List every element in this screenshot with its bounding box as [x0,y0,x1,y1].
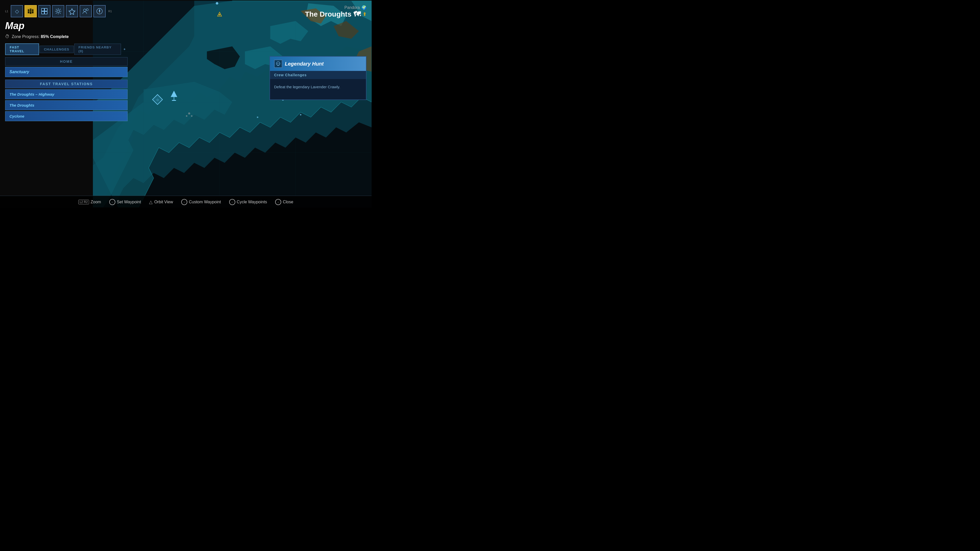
svg-point-34 [99,11,100,12]
l1-badge: L1 [5,10,8,13]
svg-text:◇: ◇ [156,98,159,102]
svg-point-18 [216,2,218,5]
progress-icon: ⏱ [5,34,10,39]
cycle-label: Cycle Waypoints [237,200,267,204]
cycle-button-icon: ○ [229,199,235,205]
zoom-label: Zoom [91,200,101,204]
close-label: Close [283,200,293,204]
orbit-button-icon: △ [149,199,153,205]
zone-progress-text: Zone Progress: 85% Complete [12,35,68,39]
skull-challenge-icon [274,60,282,68]
nav-icon-map[interactable] [24,5,37,17]
challenge-subtitle: Crew Challenges [270,71,366,79]
fast-travel-section: FAST TRAVEL STATIONS The Droughts – High… [5,79,127,121]
home-label: HOME [5,57,127,66]
home-section: HOME Sanctuary [5,57,127,77]
left-panel: L1 ◇ [0,0,133,127]
tab-challenges[interactable]: CHALLENGES [40,46,74,53]
map-title: Map [5,21,127,32]
svg-point-15 [188,113,190,114]
top-nav: L1 ◇ [5,5,127,17]
bottom-action-custom-waypoint: ○ Custom Waypoint [181,199,221,205]
svg-rect-25 [45,8,47,11]
zoom-button-badge: L2 R2 [78,200,89,204]
map-terrain: ◇ [93,0,372,208]
nav-icon-diamond[interactable]: ◇ [11,5,23,17]
svg-rect-14 [172,100,176,101]
orbit-label: Orbit View [154,200,173,204]
location-name: Pandora 🌍 The Droughts 🗺 ⬆ [305,5,366,18]
svg-point-28 [57,10,59,13]
svg-point-8 [300,114,301,116]
planet-icon: 🌍 [361,5,366,10]
svg-point-37 [279,63,280,64]
svg-point-17 [186,115,187,117]
svg-point-9 [257,117,258,118]
svg-point-16 [191,115,192,117]
nav-icon-challenges[interactable] [66,5,78,17]
waypoint-button-icon: ○ [109,199,115,205]
nav-icon-compass[interactable] [94,5,106,17]
bottom-action-orbit: △ Orbit View [149,199,173,205]
challenge-title-text: Legendary Hunt [285,61,324,67]
bottom-action-waypoint: ○ Set Waypoint [109,199,141,205]
nav-icon-social[interactable] [80,5,92,17]
map-icon-small: 🗺 [353,10,361,18]
region-label: The Droughts 🗺 ⬆ [305,10,366,18]
tab-expand-icon[interactable]: ✦ [121,46,127,52]
r1-badge: R1 [108,10,112,13]
location-panel: Pandora 🌍 The Droughts 🗺 ⬆ [305,5,366,21]
challenge-description: Defeat the legendary Lavender Crawly. [270,79,366,100]
zone-progress: ⏱ Zone Progress: 85% Complete [5,34,127,39]
svg-point-35 [277,62,280,65]
custom-waypoint-button-icon: ○ [181,199,187,205]
waypoint-label: Set Waypoint [117,200,141,204]
tab-fast-travel[interactable]: FAST TRAVEL [5,43,39,55]
nav-icon-inventory[interactable] [38,5,51,17]
challenge-title-bar: Legendary Hunt [270,57,366,71]
sanctuary-button[interactable]: Sanctuary [5,67,127,77]
fast-travel-header: FAST TRAVEL STATIONS [5,79,127,88]
challenge-popup: Legendary Hunt Crew Challenges Defeat th… [269,56,366,100]
svg-point-36 [277,63,278,64]
nav-icon-settings[interactable] [52,5,64,17]
planet-label: Pandora 🌍 [305,5,366,10]
waypoint-icon-small: ⬆ [363,11,366,17]
svg-rect-24 [41,8,44,11]
custom-waypoint-label: Custom Waypoint [189,200,221,204]
bottom-action-cycle: ○ Cycle Waypoints [229,199,267,205]
bottom-bar: L2 R2 Zoom ○ Set Waypoint △ Orbit View ○… [0,196,372,208]
travel-station-0[interactable]: The Droughts – Highway [5,89,127,99]
bottom-action-close[interactable]: ○ Close [275,199,293,205]
close-button-icon[interactable]: ○ [275,199,281,205]
tab-friends-nearby[interactable]: FRIENDS NEARBY (0) [74,44,121,55]
svg-rect-26 [41,11,44,14]
svg-point-20 [219,14,220,16]
tab-bar: FAST TRAVEL CHALLENGES FRIENDS NEARBY (0… [5,43,127,55]
travel-station-1[interactable]: The Droughts [5,100,127,110]
travel-station-2[interactable]: Cyclone [5,111,127,121]
svg-point-29 [83,9,86,11]
svg-point-30 [86,9,88,11]
svg-rect-27 [45,11,47,14]
bottom-action-zoom: L2 R2 Zoom [78,200,101,204]
